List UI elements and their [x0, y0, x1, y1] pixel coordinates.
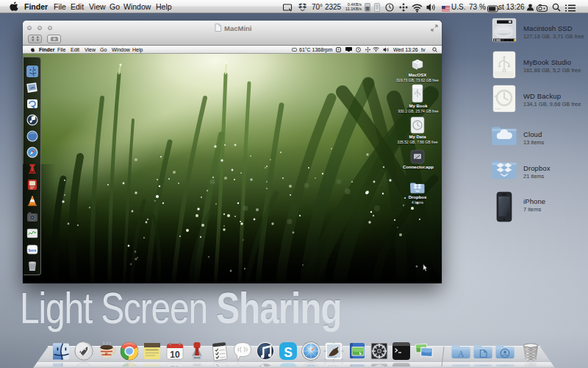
- svg-text:10: 10: [170, 364, 180, 367]
- svg-text:10: 10: [170, 350, 180, 360]
- svg-text:n: n: [337, 48, 340, 52]
- svg-text:box: box: [29, 248, 37, 252]
- svg-text:A: A: [458, 349, 465, 359]
- svg-text:É: É: [105, 367, 109, 367]
- svg-text:S: S: [284, 345, 293, 360]
- svg-text:É: É: [105, 351, 109, 357]
- svg-text:A: A: [458, 364, 465, 367]
- svg-text:S: S: [284, 364, 293, 367]
